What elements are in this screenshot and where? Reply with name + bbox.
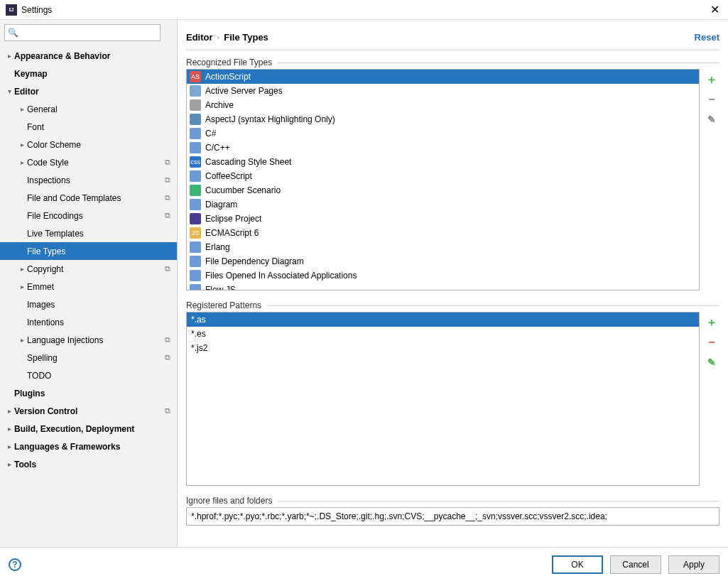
help-icon[interactable]: ? <box>9 558 21 571</box>
filetype-item[interactable]: File Dependency Diagram <box>187 254 699 268</box>
pattern-item[interactable]: *.es <box>187 327 699 341</box>
tree-item-label: General <box>27 104 173 114</box>
tree-item-language-injections[interactable]: ▸Language Injections⧉ <box>0 331 177 349</box>
filetype-item[interactable]: C# <box>187 126 699 141</box>
tree-item-file-and-code-templates[interactable]: File and Code Templates⧉ <box>0 189 177 207</box>
filetype-label: Cascading Style Sheet <box>205 157 291 167</box>
tree-item-build-execution-deployment[interactable]: ▸Build, Execution, Deployment <box>0 420 177 438</box>
filetype-item[interactable]: C/C++ <box>187 141 699 155</box>
breadcrumb-parent[interactable]: Editor <box>186 32 213 43</box>
tree-item-languages-frameworks[interactable]: ▸Languages & Frameworks <box>0 438 177 455</box>
edit-pattern-button[interactable]: ✎ <box>705 356 718 369</box>
tree-item-inspections[interactable]: Inspections⧉ <box>0 171 177 189</box>
tree-item-tools[interactable]: ▸Tools <box>0 455 177 473</box>
tree-arrow-icon: ▸ <box>4 460 14 468</box>
pattern-item[interactable]: *.js2 <box>187 341 699 355</box>
filetype-icon <box>190 199 201 210</box>
filetypes-list[interactable]: ASActionScriptActive Server PagesArchive… <box>186 69 700 290</box>
tree-item-copyright[interactable]: ▸Copyright⧉ <box>0 260 177 278</box>
filetype-item[interactable]: Eclipse Project <box>187 212 699 226</box>
filetypes-controls: ＋ − ✎ <box>700 69 719 290</box>
patterns-list[interactable]: *.as*.es*.js2 <box>186 312 700 486</box>
tree-item-editor[interactable]: ▾Editor <box>0 82 177 100</box>
filetype-icon <box>190 270 201 281</box>
filetype-icon <box>190 142 201 153</box>
tree-arrow-icon: ▸ <box>17 141 27 148</box>
tree-item-label: Tools <box>14 460 173 469</box>
filetype-item[interactable]: AspectJ (syntax Highlighting Only) <box>187 112 699 126</box>
ok-button[interactable]: OK <box>552 555 603 574</box>
add-pattern-button[interactable]: ＋ <box>705 316 718 329</box>
remove-pattern-button[interactable]: − <box>705 336 718 349</box>
close-icon[interactable]: ✕ <box>707 3 722 16</box>
tree-item-font[interactable]: Font <box>0 118 177 136</box>
tree-item-images[interactable]: Images <box>0 295 177 313</box>
add-filetype-button[interactable]: ＋ <box>705 73 718 86</box>
filetype-icon <box>190 114 201 125</box>
patterns-controls: ＋ − ✎ <box>700 312 719 486</box>
filetype-icon <box>190 128 201 139</box>
ignore-input[interactable] <box>186 507 719 526</box>
edit-filetype-button[interactable]: ✎ <box>705 113 718 126</box>
reset-link[interactable]: Reset <box>695 32 719 43</box>
title-bar: IJ Settings ✕ <box>0 0 728 20</box>
ignore-label: Ignore files and folders <box>186 496 719 506</box>
tree-item-label: TODO <box>27 371 173 381</box>
search-box[interactable]: 🔍 <box>4 24 161 41</box>
tree-item-intentions[interactable]: Intentions <box>0 313 177 331</box>
filetype-item[interactable]: ASActionScript <box>187 70 699 84</box>
pattern-item[interactable]: *.as <box>187 313 699 327</box>
filetype-icon <box>190 241 201 253</box>
tree-item-version-control[interactable]: ▸Version Control⧉ <box>0 402 177 420</box>
filetype-item[interactable]: CoffeeScript <box>187 169 699 183</box>
tree-item-label: Color Scheme <box>27 140 173 150</box>
remove-filetype-button[interactable]: − <box>705 93 718 106</box>
filetype-item[interactable]: Archive <box>187 98 699 112</box>
tree-item-label: Copyright <box>27 264 163 274</box>
filetype-label: ECMAScript 6 <box>205 228 259 238</box>
filetype-label: Cucumber Scenario <box>205 185 281 195</box>
project-scope-icon: ⧉ <box>163 264 173 274</box>
tree-item-plugins[interactable]: Plugins <box>0 384 177 402</box>
tree-item-general[interactable]: ▸General <box>0 100 177 118</box>
filetype-item[interactable]: Diagram <box>187 197 699 212</box>
tree-item-label: Languages & Frameworks <box>14 442 173 452</box>
tree-arrow-icon: ▾ <box>4 87 14 95</box>
filetype-icon: JS <box>190 227 201 239</box>
settings-tree[interactable]: ▸Appearance & BehaviorKeymap▾Editor▸Gene… <box>0 45 177 547</box>
tree-item-color-scheme[interactable]: ▸Color Scheme <box>0 136 177 153</box>
tree-item-keymap[interactable]: Keymap <box>0 65 177 82</box>
project-scope-icon: ⧉ <box>163 406 173 416</box>
tree-item-label: Plugins <box>14 389 173 398</box>
tree-item-emmet[interactable]: ▸Emmet <box>0 278 177 295</box>
search-input[interactable] <box>20 28 157 38</box>
filetype-label: C# <box>205 129 216 139</box>
recognized-filetypes-label: Recognized File Types <box>186 58 719 67</box>
filetype-item[interactable]: Active Server Pages <box>187 84 699 98</box>
tree-item-label: Keymap <box>14 69 173 79</box>
filetype-label: Eclipse Project <box>205 214 261 224</box>
tree-item-label: File Encodings <box>27 211 163 221</box>
project-scope-icon: ⧉ <box>163 211 173 221</box>
filetype-item[interactable]: Flow JS <box>187 283 699 290</box>
tree-item-appearance-behavior[interactable]: ▸Appearance & Behavior <box>0 47 177 65</box>
tree-item-label: Spelling <box>27 353 163 363</box>
tree-item-spelling[interactable]: Spelling⧉ <box>0 349 177 366</box>
filetype-item[interactable]: cssCascading Style Sheet <box>187 155 699 169</box>
tree-item-file-encodings[interactable]: File Encodings⧉ <box>0 207 177 224</box>
tree-item-file-types[interactable]: File Types <box>0 242 177 260</box>
tree-item-live-templates[interactable]: Live Templates <box>0 224 177 242</box>
chevron-right-icon: › <box>217 33 220 41</box>
filetype-item[interactable]: JSECMAScript 6 <box>187 226 699 240</box>
filetype-item[interactable]: Cucumber Scenario <box>187 183 699 197</box>
tree-item-label: Appearance & Behavior <box>14 51 173 61</box>
filetype-icon <box>190 170 201 182</box>
apply-button[interactable]: Apply <box>668 555 719 574</box>
tree-item-todo[interactable]: TODO <box>0 366 177 384</box>
cancel-button[interactable]: Cancel <box>610 555 661 574</box>
tree-arrow-icon: ▸ <box>4 425 14 433</box>
filetype-item[interactable]: Erlang <box>187 240 699 254</box>
filetype-item[interactable]: Files Opened In Associated Applications <box>187 268 699 283</box>
tree-item-code-style[interactable]: ▸Code Style⧉ <box>0 153 177 171</box>
search-icon: 🔍 <box>8 28 18 38</box>
